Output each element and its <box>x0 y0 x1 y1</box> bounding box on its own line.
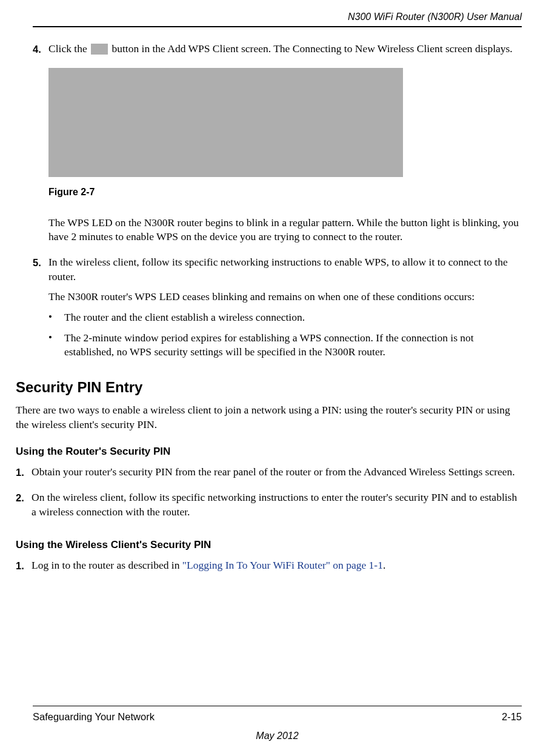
bullet-item: • The router and the client establish a … <box>48 310 522 325</box>
page-header: N300 WiFi Router (N300R) User Manual <box>33 10 522 27</box>
page: N300 WiFi Router (N300R) User Manual 4. … <box>0 0 546 756</box>
figure-caption: Figure 2-7 <box>48 186 522 199</box>
step-5-para1: In the wireless client, follow its speci… <box>48 255 522 284</box>
step-body: Click the button in the Add WPS Client s… <box>48 42 522 250</box>
step-5-para2: The N300R router's WPS LED ceases blinki… <box>48 290 522 304</box>
sub2-step-1: 1. Log in to the router as described in … <box>16 558 522 579</box>
step-number: 4. <box>33 42 48 250</box>
step-number: 5. <box>33 255 48 364</box>
bullet-item: • The 2-minute window period expires for… <box>48 331 522 360</box>
sub1-step-1: 1. Obtain your router's security PIN fro… <box>16 465 522 486</box>
step-text: Log in to the router as described in "Lo… <box>32 558 522 573</box>
step-text: Obtain your router's security PIN from t… <box>32 465 522 480</box>
text: button in the Add WPS Client screen. The… <box>109 42 513 55</box>
section-heading-security-pin-entry: Security PIN Entry <box>16 378 522 397</box>
step-4-text: Click the button in the Add WPS Client s… <box>48 42 522 56</box>
step-number: 2. <box>16 490 32 525</box>
step-4: 4. Click the button in the Add WPS Clien… <box>33 42 522 250</box>
text: Log in to the router as described in <box>32 559 182 571</box>
footer-date: May 2012 <box>33 729 522 743</box>
sub1-step-2: 2. On the wireless client, follow its sp… <box>16 490 522 525</box>
bullet-text: The router and the client establish a wi… <box>64 310 522 325</box>
wps-button-icon <box>91 44 108 55</box>
section-intro: There are two ways to enable a wireless … <box>16 403 522 432</box>
step-body: In the wireless client, follow its speci… <box>48 255 522 364</box>
cross-reference-link[interactable]: "Logging In To Your WiFi Router" on page… <box>182 559 383 571</box>
footer-row: Safeguarding Your Network 2-15 <box>33 706 522 723</box>
step-number: 1. <box>16 465 32 486</box>
text: . <box>383 559 385 571</box>
footer-chapter-title: Safeguarding Your Network <box>33 710 155 723</box>
text: Click the <box>48 42 90 55</box>
subsection-heading-router-pin: Using the Router's Security PIN <box>16 445 522 459</box>
step-4-para2: The WPS LED on the N300R router begins t… <box>48 216 522 244</box>
subsection-heading-client-pin: Using the Wireless Client's Security PIN <box>16 538 522 552</box>
bullet-mark: • <box>48 331 64 360</box>
step-text: On the wireless client, follow its speci… <box>32 490 522 519</box>
bullet-text: The 2-minute window period expires for e… <box>64 331 522 360</box>
bullet-mark: • <box>48 310 64 325</box>
page-content: 4. Click the button in the Add WPS Clien… <box>33 27 522 579</box>
footer-page-number: 2-15 <box>502 710 522 723</box>
doc-title: N300 WiFi Router (N300R) User Manual <box>348 12 522 22</box>
step-5: 5. In the wireless client, follow its sp… <box>33 255 522 364</box>
figure-2-7-image <box>48 68 403 177</box>
page-footer: Safeguarding Your Network 2-15 May 2012 <box>33 706 522 743</box>
step-number: 1. <box>16 558 32 579</box>
